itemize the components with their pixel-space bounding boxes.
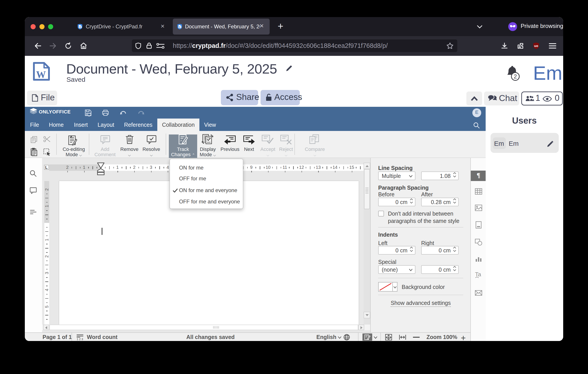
- svg-text:2: 2: [514, 73, 517, 80]
- svg-text:uo: uo: [534, 44, 538, 48]
- svg-text:W: W: [36, 69, 46, 80]
- svg-text:1 2 3: 1 2 3: [77, 337, 83, 340]
- svg-text:Ta: Ta: [475, 271, 481, 278]
